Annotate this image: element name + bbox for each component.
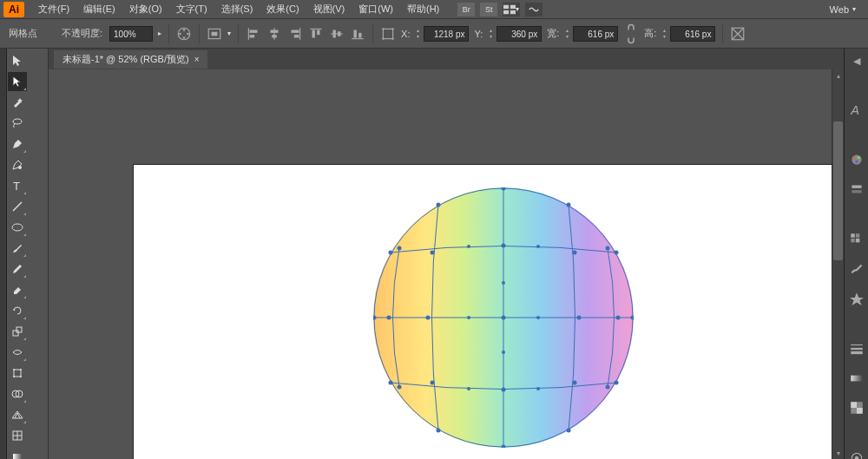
pen-tool[interactable] xyxy=(8,134,27,154)
swatches-panel-icon[interactable] xyxy=(849,232,865,247)
menu-effect[interactable]: 效果(C) xyxy=(260,1,306,17)
menu-file[interactable]: 文件(F) xyxy=(31,1,76,17)
workspace-switcher[interactable]: Web ▾ xyxy=(821,3,865,16)
svg-point-79 xyxy=(573,381,577,385)
align-top-icon[interactable] xyxy=(308,26,324,42)
align-left-icon[interactable] xyxy=(246,26,261,42)
paintbrush-tool[interactable] xyxy=(8,239,27,258)
canvas[interactable]: ▴ ▾ xyxy=(49,69,844,459)
scroll-down-icon[interactable]: ▾ xyxy=(832,447,844,459)
svg-rect-16 xyxy=(272,35,277,37)
line-tool[interactable] xyxy=(8,197,27,216)
menu-help[interactable]: 帮助(H) xyxy=(400,1,446,17)
menu-window[interactable]: 窗口(W) xyxy=(352,1,400,17)
scale-tool[interactable] xyxy=(8,322,27,341)
link-wh-icon[interactable] xyxy=(623,26,639,42)
workspace-label: Web xyxy=(830,4,849,15)
align-vcenter-icon[interactable] xyxy=(329,26,345,42)
gradient-panel-icon[interactable] xyxy=(849,370,865,386)
stroke-panel-icon[interactable] xyxy=(849,341,865,357)
width-stepper[interactable]: ▴▾ xyxy=(562,28,571,40)
svg-rect-118 xyxy=(851,376,863,382)
shape-builder-tool[interactable] xyxy=(8,384,27,403)
appearance-panel-icon[interactable] xyxy=(849,450,865,459)
tab-close-icon[interactable]: × xyxy=(194,55,200,64)
left-dock-strip[interactable] xyxy=(0,49,7,459)
menu-select[interactable]: 选择(S) xyxy=(214,1,260,17)
opacity-label: 不透明度: xyxy=(62,27,102,40)
y-stepper[interactable]: ▴▾ xyxy=(486,28,495,40)
perspective-grid-tool[interactable] xyxy=(8,405,27,424)
svg-line-38 xyxy=(13,202,22,211)
svg-rect-24 xyxy=(333,30,336,37)
svg-point-91 xyxy=(567,429,571,433)
align-bottom-icon[interactable] xyxy=(350,26,365,42)
align-dropdown-icon[interactable]: ▾ xyxy=(227,30,231,37)
width-tool[interactable] xyxy=(8,343,27,362)
menu-view[interactable]: 视图(V) xyxy=(306,1,352,17)
align-hcenter-icon[interactable] xyxy=(266,26,282,42)
svg-point-92 xyxy=(398,246,402,251)
curvature-tool[interactable] xyxy=(8,155,27,174)
mesh-tool[interactable] xyxy=(8,426,27,445)
x-field[interactable]: 1218 px xyxy=(424,26,469,42)
svg-point-8 xyxy=(179,32,181,35)
svg-point-80 xyxy=(426,316,431,320)
svg-point-36 xyxy=(18,166,22,169)
scroll-thumb[interactable] xyxy=(833,121,843,260)
vertical-scrollbar[interactable]: ▴ ▾ xyxy=(832,69,844,459)
svg-point-30 xyxy=(382,28,384,30)
isolate-mode-icon[interactable] xyxy=(730,26,746,42)
y-field[interactable]: 360 px xyxy=(496,26,542,42)
svg-rect-120 xyxy=(851,402,857,408)
recolor-art-icon[interactable] xyxy=(176,26,192,42)
svg-rect-0 xyxy=(503,4,509,8)
scroll-up-icon[interactable]: ▴ xyxy=(832,69,844,82)
eraser-tool[interactable] xyxy=(8,280,27,299)
stock-button[interactable]: St xyxy=(480,3,497,16)
rotate-tool[interactable] xyxy=(8,301,27,320)
x-stepper[interactable]: ▴▾ xyxy=(413,28,422,40)
color-guide-panel-icon[interactable] xyxy=(849,181,865,197)
menu-object[interactable]: 对象(O) xyxy=(122,1,169,17)
expand-panels-icon[interactable]: ◀ xyxy=(849,56,865,67)
document-tab[interactable]: 未标题-1* @ 52% (RGB/预览) × xyxy=(54,50,207,69)
menu-edit[interactable]: 编辑(E) xyxy=(76,1,122,17)
pencil-tool[interactable] xyxy=(8,259,27,279)
lasso-tool[interactable] xyxy=(8,114,27,133)
align-right-icon[interactable] xyxy=(287,26,303,42)
type-tool[interactable]: T xyxy=(8,176,27,195)
direct-selection-tool[interactable] xyxy=(8,72,27,91)
artboard[interactable] xyxy=(134,165,844,459)
svg-point-89 xyxy=(567,203,571,207)
free-transform-tool[interactable] xyxy=(8,364,27,383)
svg-rect-15 xyxy=(271,30,279,32)
arrange-docs-button[interactable]: ▾ xyxy=(503,3,520,16)
mesh-object[interactable] xyxy=(373,187,634,448)
color-panel-icon[interactable] xyxy=(849,152,865,167)
align-artboard-icon[interactable] xyxy=(207,26,222,42)
selection-tool[interactable] xyxy=(8,51,27,70)
rectangle-tool[interactable] xyxy=(8,218,27,237)
svg-point-98 xyxy=(502,281,505,285)
height-stepper[interactable]: ▴▾ xyxy=(660,28,668,40)
brushes-panel-icon[interactable] xyxy=(849,261,865,277)
libraries-panel-icon[interactable]: A xyxy=(849,102,865,117)
symbols-panel-icon[interactable] xyxy=(849,291,865,306)
transparency-panel-icon[interactable] xyxy=(849,400,865,416)
svg-point-32 xyxy=(382,37,384,39)
svg-rect-114 xyxy=(855,239,859,243)
svg-rect-110 xyxy=(852,190,861,193)
gradient-tool[interactable] xyxy=(8,447,27,459)
svg-rect-27 xyxy=(354,30,357,37)
gpu-preview-button[interactable] xyxy=(525,3,542,16)
opacity-dropdown-icon[interactable]: ▸ xyxy=(158,30,161,37)
width-field[interactable]: 616 px xyxy=(573,26,618,42)
svg-text:T: T xyxy=(13,180,20,193)
bridge-button[interactable]: Br xyxy=(457,3,475,16)
opacity-field[interactable]: 100% xyxy=(109,26,153,42)
magic-wand-tool[interactable] xyxy=(8,93,27,112)
menu-type[interactable]: 文字(T) xyxy=(169,1,214,17)
transform-icon[interactable] xyxy=(380,26,396,42)
height-field[interactable]: 616 px xyxy=(670,26,715,42)
